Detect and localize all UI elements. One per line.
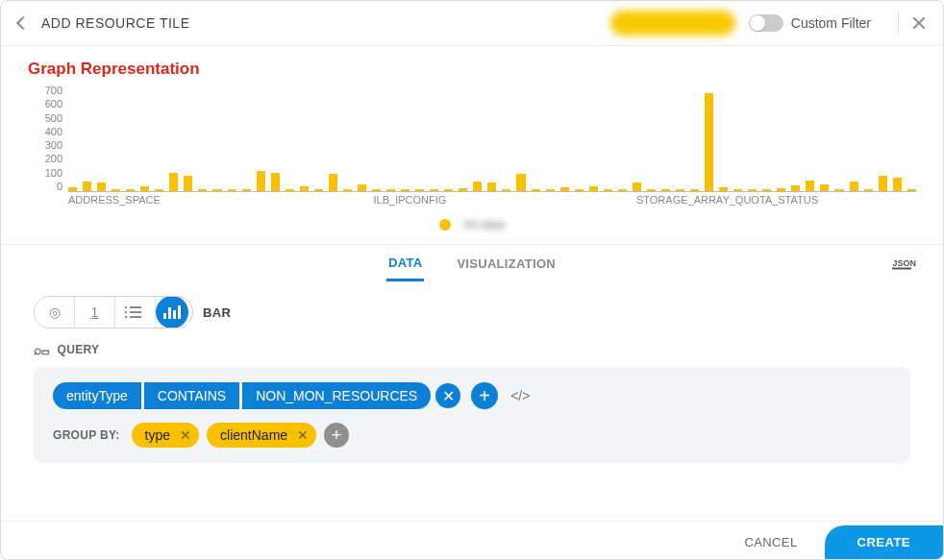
- query-field-pill[interactable]: entityType: [53, 382, 141, 409]
- bar: [532, 189, 540, 191]
- bar: [748, 189, 757, 191]
- bar: [690, 189, 699, 191]
- back-icon[interactable]: [16, 16, 30, 30]
- chart-type-label: BAR: [203, 305, 231, 320]
- bar: [791, 185, 800, 191]
- bar: [762, 189, 771, 191]
- chart-type-list[interactable]: [115, 296, 156, 329]
- bar: [83, 182, 91, 191]
- group-by-tag[interactable]: clientName✕: [207, 423, 316, 448]
- bar: [372, 189, 381, 191]
- bar: [386, 189, 395, 191]
- bar: [676, 189, 684, 191]
- bar: [661, 189, 670, 191]
- bar: [589, 186, 598, 191]
- bar: [864, 189, 873, 191]
- add-filter-button[interactable]: +: [471, 382, 498, 409]
- bar: [502, 189, 510, 191]
- code-view-icon[interactable]: </>: [510, 388, 530, 403]
- bar: [430, 189, 438, 191]
- bar: [820, 184, 829, 191]
- tab-data[interactable]: DATA: [386, 247, 424, 281]
- bar: [647, 189, 656, 191]
- bar: [169, 173, 178, 191]
- y-tick: 700: [36, 85, 62, 96]
- y-tick: 300: [36, 139, 62, 151]
- query-icon: ⌕▭: [34, 342, 50, 357]
- add-group-by-button[interactable]: +: [324, 423, 349, 448]
- bar: [271, 173, 280, 191]
- bar: [850, 182, 858, 191]
- create-button[interactable]: CREATE: [825, 525, 943, 559]
- remove-group-by-icon[interactable]: ✕: [180, 427, 191, 443]
- custom-filter-toggle[interactable]: [749, 14, 783, 32]
- bar: [112, 189, 120, 191]
- bar: [618, 189, 627, 191]
- bar: [604, 189, 612, 191]
- bar: [68, 187, 77, 191]
- bar: [300, 186, 309, 191]
- x-tick: ILB_IPCONFIG: [374, 194, 447, 206]
- chart-type-gauge[interactable]: ◎: [35, 296, 75, 329]
- remove-filter-button[interactable]: ✕: [435, 383, 460, 408]
- bar: [257, 171, 265, 191]
- tab-visualization[interactable]: VISUALIZATION: [455, 248, 558, 280]
- bar: [358, 184, 366, 191]
- custom-filter-label: Custom Filter: [791, 15, 871, 31]
- divider: [898, 12, 899, 34]
- bar: [560, 187, 569, 191]
- bar: [633, 183, 641, 191]
- legend-dot-icon: [439, 219, 451, 231]
- bar: [343, 189, 352, 191]
- bar: [415, 189, 424, 191]
- group-by-label: GROUP BY:: [53, 428, 120, 442]
- bar: [444, 189, 453, 191]
- bar-chart: 7006005004003002001000 ADDRESS_SPACEILB_…: [36, 85, 916, 211]
- chart-type-bar[interactable]: [156, 296, 188, 329]
- y-tick: 400: [36, 126, 62, 137]
- graph-title: Graph Representation: [28, 60, 916, 79]
- page-title: ADD RESOURCE TILE: [41, 15, 190, 31]
- remove-group-by-icon[interactable]: ✕: [297, 427, 309, 443]
- bar: [314, 189, 323, 191]
- close-icon[interactable]: [912, 16, 926, 30]
- group-by-tag[interactable]: type✕: [132, 423, 199, 448]
- bar: [140, 186, 149, 191]
- bar: [198, 189, 207, 191]
- bar: [705, 93, 713, 191]
- y-tick: 500: [36, 112, 62, 124]
- bar: [777, 188, 785, 191]
- x-tick: ADDRESS_SPACE: [68, 194, 161, 206]
- y-tick: 600: [36, 98, 62, 110]
- bar: [401, 189, 410, 191]
- bar: [719, 187, 728, 191]
- y-tick: 100: [36, 167, 62, 179]
- query-operator-pill[interactable]: CONTAINS: [144, 382, 239, 409]
- bar: [286, 189, 294, 191]
- bar: [228, 189, 236, 191]
- query-header-label: QUERY: [58, 343, 100, 356]
- redacted-badge: [610, 11, 735, 36]
- cancel-button[interactable]: CANCEL: [744, 535, 797, 549]
- bar: [459, 188, 467, 191]
- bar: [575, 189, 584, 191]
- x-tick: STORAGE_ARRAY_QUOTA_STATUS: [636, 194, 818, 206]
- bar: [907, 189, 916, 191]
- bar: [834, 189, 843, 191]
- chart-type-number[interactable]: 1: [75, 296, 115, 329]
- bar: [516, 174, 525, 191]
- bar: [155, 189, 163, 191]
- bar: [184, 176, 192, 191]
- bar: [473, 182, 482, 191]
- bar-chart-icon: [163, 305, 181, 319]
- query-value-pill[interactable]: NON_MON_RESOURCES: [242, 382, 431, 409]
- y-tick: 0: [36, 181, 62, 192]
- query-builder: entityType CONTAINS NON_MON_RESOURCES ✕ …: [34, 367, 910, 463]
- bar: [126, 189, 135, 191]
- legend-label: All data: [463, 217, 505, 231]
- bar: [806, 181, 814, 191]
- bar: [893, 178, 902, 191]
- y-tick: 200: [36, 153, 62, 164]
- bar: [97, 183, 106, 191]
- json-view-icon[interactable]: JSON: [892, 258, 916, 269]
